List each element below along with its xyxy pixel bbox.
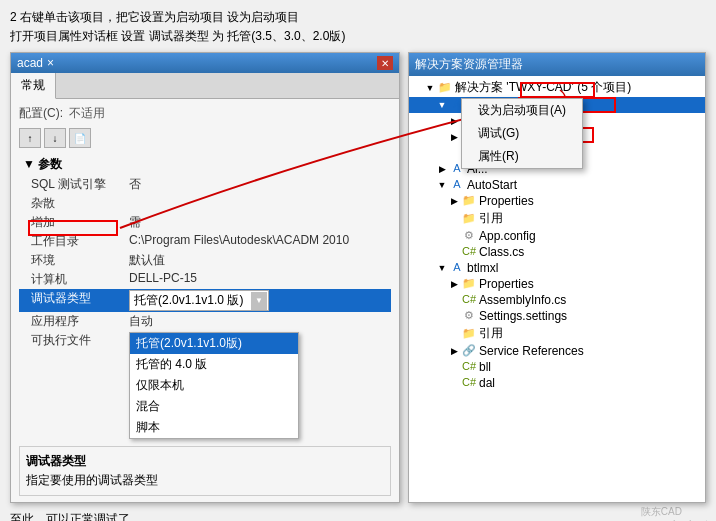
tree-item-solution[interactable]: ▼ 📁 解决方案 'TWXY-CAD' (5 个项目): [409, 78, 705, 97]
service-references-label: Service References: [479, 344, 584, 358]
tree-item-bll[interactable]: C# bll: [409, 359, 705, 375]
tree-item-properties2[interactable]: ▶ 📁 Properties: [409, 276, 705, 292]
param-row-workdir: 工作目录 C:\Program Files\Autodesk\ACADM 201…: [19, 232, 391, 251]
exec-dropdown-list[interactable]: 托管(2.0v1.1v1.0版) 托管的 4.0 版 仅限本机 混合 脚本: [129, 332, 299, 439]
desc-title: 调试器类型: [26, 453, 384, 470]
tree-item-autostart[interactable]: ▼ A AutoStart: [409, 177, 705, 193]
context-menu-debug[interactable]: 调试(G): [462, 122, 582, 145]
tree-item-class-cs[interactable]: C# Class.cs: [409, 244, 705, 260]
ref1-label: 引用: [479, 210, 503, 227]
param-row-misc: 杂散: [19, 194, 391, 213]
watermark: 陕东CADwww.xdcad.net: [641, 505, 708, 521]
config-row: 配置(C): 不适用: [19, 105, 391, 122]
tree-item-btlmxl[interactable]: ▼ A btlmxl: [409, 260, 705, 276]
instruction-text: 2 右键单击该项目，把它设置为启动项目 设为启动项目 打开项目属性对话框 设置 …: [10, 8, 706, 46]
bll-label: bll: [479, 360, 491, 374]
expand-pr[interactable]: ▶: [447, 132, 461, 142]
autostart-icon: A: [449, 178, 465, 192]
dal-label: dal: [479, 376, 495, 390]
expand-btlmxl[interactable]: ▼: [435, 263, 449, 273]
dropdown-option-managed20[interactable]: 托管(2.0v1.1v1.0版): [130, 333, 298, 354]
toolbar-down-btn[interactable]: ↓: [44, 128, 66, 148]
dropdown-option-nativeonly[interactable]: 仅限本机: [130, 375, 298, 396]
param-row-add: 增加 需: [19, 213, 391, 232]
dialog-titlebar: acad × ✕: [11, 53, 399, 73]
section-header-row: ▼ 参数: [19, 154, 391, 175]
dialog-title: acad: [17, 56, 43, 70]
tree-item-ref2[interactable]: 📁 引用: [409, 324, 705, 343]
debugger-type-dropdown[interactable]: 托管(2.0v1.1v1.0 版) ▼: [129, 290, 269, 311]
config-label: 配置(C):: [19, 105, 63, 122]
expand-al[interactable]: ▶: [435, 164, 449, 174]
param-row-env: 环境 默认值: [19, 251, 391, 270]
ref2-label: 引用: [479, 325, 503, 342]
dropdown-option-script[interactable]: 脚本: [130, 417, 298, 438]
properties-label: Properties: [479, 194, 534, 208]
expand-autostart[interactable]: ▼: [435, 180, 449, 190]
expand-properties2[interactable]: ▶: [447, 279, 461, 289]
config-value: 不适用: [69, 105, 105, 122]
toolbar-row: ↑ ↓ 📄: [19, 128, 391, 148]
tree-item-dal[interactable]: C# dal: [409, 375, 705, 391]
param-row-sql: SQL 测试引擎 否: [19, 175, 391, 194]
dialog-title-dot: ×: [47, 56, 54, 70]
solution-icon: 📁: [437, 81, 453, 95]
bll-icon: C#: [461, 360, 477, 374]
tree-item-assemblyinfo[interactable]: C# AssemblyInfo.cs: [409, 292, 705, 308]
tree-item-service-references[interactable]: ▶ 🔗 Service References: [409, 343, 705, 359]
tree-item-ref1[interactable]: 📁 引用: [409, 209, 705, 228]
context-menu-acad: 设为启动项目(A) 调试(G) 属性(R): [461, 98, 583, 169]
class-cs-label: Class.cs: [479, 245, 524, 259]
settings-label: Settings.settings: [479, 309, 567, 323]
ref2-icon: 📁: [461, 327, 477, 341]
dal-icon: C#: [461, 376, 477, 390]
bottom-text: 至此，可以正常调试了。: [10, 511, 706, 521]
appconfig-icon: ⚙: [461, 229, 477, 243]
desc-text: 指定要使用的调试器类型: [26, 472, 384, 489]
exec-dropdown-container: 托管(2.0v1.1v1.0版) 托管的 4.0 版 仅限本机 混合 脚本: [129, 332, 387, 439]
solution-title: 解决方案资源管理器: [415, 56, 523, 73]
main-area: acad × ✕ 常规 配置(C): 不适用 ↑ ↓ 📄: [10, 52, 706, 503]
param-row-exec: 可执行文件 托管(2.0v1.1v1.0版) 托管的 4.0 版 仅限本机 混合: [19, 331, 391, 440]
properties2-label: Properties: [479, 277, 534, 291]
tab-general[interactable]: 常规: [11, 73, 56, 99]
tree-item-appconfig[interactable]: ⚙ App.config: [409, 228, 705, 244]
dialog-close-button[interactable]: ✕: [377, 56, 393, 70]
toolbar-up-btn[interactable]: ↑: [19, 128, 41, 148]
page-wrapper: 2 右键单击该项目，把它设置为启动项目 设为启动项目 打开项目属性对话框 设置 …: [0, 0, 716, 521]
dialog-panel: acad × ✕ 常规 配置(C): 不适用 ↑ ↓ 📄: [10, 52, 400, 503]
step2-text: 2 右键单击该项目，把它设置为启动项目 设为启动项目: [10, 8, 706, 27]
dropdown-arrow[interactable]: ▼: [251, 292, 267, 310]
dialog-tabs: 常规: [11, 73, 399, 99]
expand-auto[interactable]: ▶: [447, 116, 461, 126]
btlmxl-label: btlmxl: [467, 261, 498, 275]
dialog-body: 配置(C): 不适用 ↑ ↓ 📄 ▼ 参数 SQL 测试引擎: [11, 99, 399, 502]
desc-box: 调试器类型 指定要使用的调试器类型: [19, 446, 391, 496]
assemblyinfo-label: AssemblyInfo.cs: [479, 293, 566, 307]
settings-icon: ⚙: [461, 309, 477, 323]
context-menu-properties[interactable]: 属性(R): [462, 145, 582, 168]
dropdown-option-mixed[interactable]: 混合: [130, 396, 298, 417]
expand-service-refs[interactable]: ▶: [447, 346, 461, 356]
solution-label: 解决方案 'TWXY-CAD' (5 个项目): [455, 79, 631, 96]
class-cs-icon: C#: [461, 245, 477, 259]
appconfig-label: App.config: [479, 229, 536, 243]
step3-text: 打开项目属性对话框 设置 调试器类型 为 托管(3.5、3.0、2.0版): [10, 27, 706, 46]
tree-item-properties[interactable]: ▶ 📁 Properties: [409, 193, 705, 209]
dropdown-option-managed40[interactable]: 托管的 4.0 版: [130, 354, 298, 375]
context-menu-set-startup[interactable]: 设为启动项目(A): [462, 99, 582, 122]
solution-titlebar: 解决方案资源管理器: [409, 53, 705, 76]
debugger-type-value: 托管(2.0v1.1v1.0 版): [129, 290, 269, 311]
param-row-debugger-type[interactable]: 调试器类型 托管(2.0v1.1v1.0 版) ▼: [19, 289, 391, 312]
dialog-titlebar-left: acad ×: [17, 56, 54, 70]
assemblyinfo-icon: C#: [461, 293, 477, 307]
param-row-app: 应用程序 自动: [19, 312, 391, 331]
expand-solution[interactable]: ▼: [423, 83, 437, 93]
properties2-icon: 📁: [461, 277, 477, 291]
autostart-label: AutoStart: [467, 178, 517, 192]
expand-acad[interactable]: ▼: [435, 100, 449, 110]
toolbar-new-btn[interactable]: 📄: [69, 128, 91, 148]
solution-panel: 解决方案资源管理器 ▼ 📁 解决方案 'TWXY-CAD' (5 个项目) ▼ …: [408, 52, 706, 503]
tree-item-settings[interactable]: ⚙ Settings.settings: [409, 308, 705, 324]
expand-properties[interactable]: ▶: [447, 196, 461, 206]
